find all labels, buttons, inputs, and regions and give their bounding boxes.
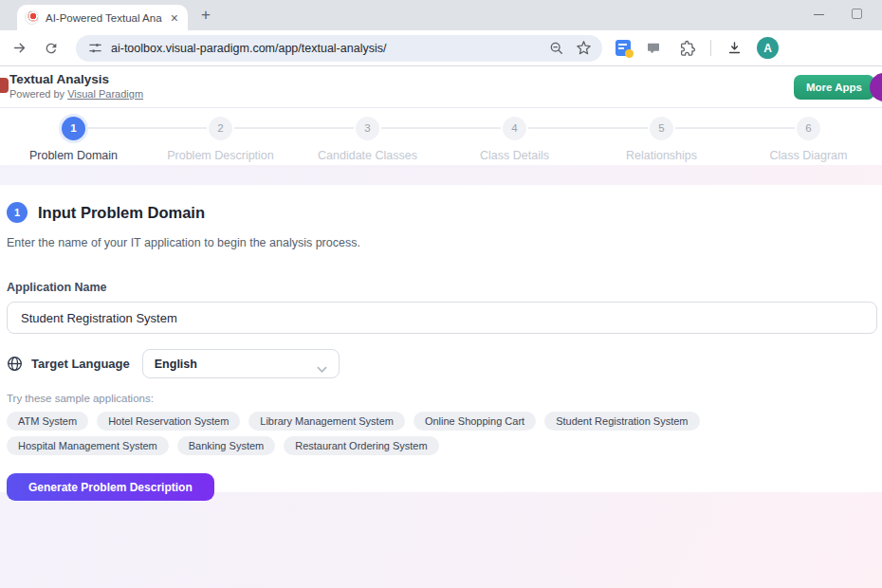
step-number: 1 (62, 117, 85, 140)
tab-title: AI-Powered Textual Analysis for (46, 12, 162, 24)
application-name-input[interactable] (7, 302, 877, 334)
sample-chips: ATM SystemHotel Reservation SystemLibrar… (7, 412, 794, 455)
stepper-step[interactable]: 5Relationships (588, 116, 735, 165)
sample-chip[interactable]: Student Registration System (544, 412, 699, 431)
sample-chip[interactable]: ATM System (7, 412, 88, 431)
stepper-step[interactable]: 2Problem Description (147, 116, 294, 165)
step-number: 4 (503, 117, 526, 140)
bookmark-star-icon[interactable] (574, 37, 593, 60)
sample-chip[interactable]: Restaurant Ordering System (284, 436, 438, 455)
zoom-out-icon[interactable] (548, 37, 565, 60)
sample-chip[interactable]: Banking System (177, 436, 275, 455)
step-label: Class Details (480, 149, 549, 162)
tab-strip: AI-Powered Textual Analysis for × + (0, 0, 882, 30)
app-logo-icon (0, 78, 9, 93)
step-label: Problem Description (167, 149, 274, 162)
page-subtitle: Enter the name of your IT application to… (7, 236, 876, 249)
chevron-down-icon (317, 360, 327, 377)
browser-tab[interactable]: AI-Powered Textual Analysis for × (17, 5, 188, 30)
app-title: Textual Analysis (9, 72, 109, 86)
new-tab-button[interactable]: + (194, 4, 217, 27)
site-favicon-icon (25, 10, 39, 25)
step-label: Relationships (626, 149, 697, 162)
url-bar[interactable]: ai-toolbox.visual-paradigm.com/app/textu… (76, 35, 602, 62)
step-label: Problem Domain (29, 149, 118, 162)
sample-chip[interactable]: Hotel Reservation System (97, 412, 240, 431)
reload-icon[interactable] (40, 37, 63, 60)
step-badge: 1 (7, 202, 28, 223)
powered-by-text: Powered by (9, 88, 67, 100)
step-number: 6 (797, 117, 820, 140)
generate-problem-description-button[interactable]: Generate Problem Description (7, 473, 214, 501)
stepper: 1Problem Domain2Problem Description3Cand… (0, 108, 882, 165)
stepper-step[interactable]: 3Candidate Classes (294, 116, 441, 165)
sample-chip[interactable]: Library Management System (248, 412, 405, 431)
stepper-step[interactable]: 1Problem Domain (0, 116, 147, 165)
samples-label: Try these sample applications: (7, 393, 876, 404)
window-maximize-button[interactable] (852, 9, 862, 19)
downloads-icon[interactable] (723, 37, 745, 60)
site-info-icon[interactable] (87, 37, 102, 60)
step-label: Candidate Classes (318, 149, 417, 162)
more-apps-button[interactable]: More Apps (794, 75, 874, 100)
step-number: 2 (209, 117, 232, 140)
sample-chip[interactable]: Online Shopping Cart (413, 412, 536, 431)
target-language-label: Target Language (31, 357, 130, 371)
flag-extension-icon[interactable] (642, 37, 665, 60)
browser-toolbar: ai-toolbox.visual-paradigm.com/app/textu… (0, 30, 882, 66)
tab-close-icon[interactable]: × (169, 11, 180, 25)
visual-paradigm-link[interactable]: Visual Paradigm (67, 88, 143, 100)
step-number: 3 (356, 117, 379, 140)
target-language-select[interactable]: English (142, 349, 340, 378)
main-content: 1 Input Problem Domain Enter the name of… (0, 185, 882, 492)
sample-chip[interactable]: Hospital Management System (7, 436, 169, 455)
extensions-puzzle-icon[interactable] (676, 37, 699, 60)
application-name-label: Application Name (7, 281, 876, 294)
translate-extension-icon[interactable] (616, 40, 631, 56)
profile-avatar[interactable]: A (757, 37, 779, 59)
target-language-value: English (155, 358, 197, 371)
app-header: Textual Analysis Powered by Visual Parad… (0, 66, 882, 108)
stepper-step[interactable]: 4Class Details (441, 116, 588, 165)
forward-icon[interactable] (8, 37, 30, 60)
powered-by: Powered by Visual Paradigm (9, 88, 143, 100)
globe-icon (7, 356, 23, 372)
step-label: Class Diagram (770, 149, 848, 162)
page-title: Input Problem Domain (38, 204, 205, 222)
url-text[interactable]: ai-toolbox.visual-paradigm.com/app/textu… (111, 42, 540, 55)
stepper-step[interactable]: 6Class Diagram (735, 116, 882, 165)
toolbar-divider (710, 40, 711, 56)
window-minimize-button[interactable] (814, 14, 824, 15)
step-number: 5 (650, 117, 673, 140)
